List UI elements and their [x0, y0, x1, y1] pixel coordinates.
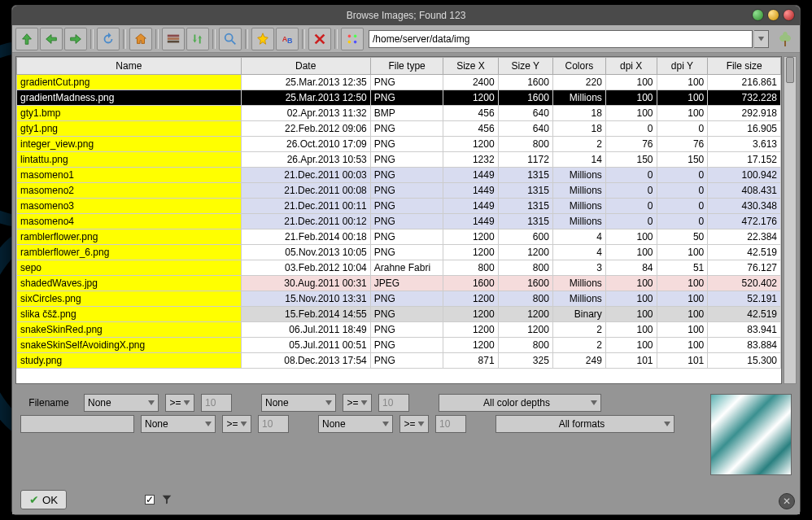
toolbar: AB — [12, 25, 800, 53]
reload-button[interactable] — [97, 28, 120, 50]
table-row[interactable]: lintattu.png26.Apr.2013 10:53PNG12321172… — [17, 152, 781, 168]
column-header[interactable]: Name — [17, 58, 242, 75]
filter-combo-3[interactable]: None — [141, 415, 216, 433]
sort-button[interactable] — [186, 28, 209, 50]
titlebar: Browse Images; Found 123 — [12, 6, 800, 25]
format-combo[interactable]: All formats — [495, 415, 674, 433]
filter-combo-2[interactable]: None — [261, 394, 336, 412]
svg-rect-0 — [168, 34, 179, 37]
column-header[interactable]: Date — [241, 58, 370, 75]
table-row[interactable]: gradientMadness.png25.Mar.2013 12:50PNG1… — [17, 90, 781, 106]
filter-op-1[interactable]: >= — [165, 394, 194, 412]
column-header[interactable]: File size — [708, 58, 781, 75]
table-row[interactable]: gradientCut.png25.Mar.2013 12:35PNG24001… — [17, 75, 781, 90]
back-button[interactable] — [40, 28, 63, 50]
column-header[interactable]: Size Y — [498, 58, 552, 75]
column-header[interactable]: dpi X — [605, 58, 657, 75]
effects-button[interactable] — [341, 28, 364, 50]
color-depth-combo[interactable]: All color depths — [439, 394, 601, 412]
filter-combo-4[interactable]: None — [318, 415, 393, 433]
ok-button[interactable]: ✔OK — [20, 490, 67, 509]
path-input[interactable] — [369, 30, 753, 48]
palette-button[interactable] — [162, 28, 185, 50]
table-row[interactable]: integer_view.png26.Oct.2010 17:09PNG1200… — [17, 137, 781, 152]
vertical-scrollbar[interactable] — [784, 56, 797, 384]
bottom-bar: ✔OK ✓ — [12, 485, 800, 514]
file-table[interactable]: NameDateFile typeSize XSize YColorsdpi X… — [15, 56, 782, 384]
thumbnail-preview — [710, 394, 792, 475]
minimize-button[interactable] — [752, 9, 764, 21]
table-row[interactable]: masomeno421.Dec.2011 00:12PNG14491315Mil… — [17, 214, 781, 229]
filter-val-4[interactable] — [435, 415, 466, 433]
filename-label: Filename — [20, 397, 77, 409]
close-panel-button[interactable]: ✕ — [779, 493, 795, 509]
tree-icon[interactable] — [774, 28, 797, 50]
path-dropdown[interactable] — [754, 30, 769, 48]
table-row[interactable]: sepo03.Feb.2012 10:04Arahne Fabri8008003… — [17, 260, 781, 276]
filter-val-2[interactable] — [378, 394, 409, 412]
table-row[interactable]: ramblerflower.png21.Feb.2014 00:18PNG120… — [17, 229, 781, 245]
table-row[interactable]: gty1.png22.Feb.2012 09:06PNG456640180016… — [17, 121, 781, 137]
table-row[interactable]: snakeSkinRed.png06.Jul.2011 18:49PNG1200… — [17, 322, 781, 338]
browser-window: Browse Images; Found 123 AB — [11, 5, 801, 515]
table-row[interactable]: masomeno221.Dec.2011 00:08PNG14491315Mil… — [17, 183, 781, 199]
table-row[interactable]: gty1.bmp02.Apr.2013 11:32BMP456640181001… — [17, 106, 781, 121]
table-row[interactable]: shadedWaves.jpg30.Aug.2011 00:31JPEG1600… — [17, 276, 781, 291]
table-row[interactable]: masomeno121.Dec.2011 00:03PNG14491315Mil… — [17, 168, 781, 183]
close-button[interactable] — [783, 9, 795, 21]
table-row[interactable]: ramblerflower_6.png05.Nov.2013 10:05PNG1… — [17, 245, 781, 260]
text-color-button[interactable]: AB — [276, 28, 299, 50]
filter-panel: Filename None >= None >= All color depth… — [12, 384, 800, 485]
up-button[interactable] — [15, 28, 38, 50]
table-row[interactable]: masomeno321.Dec.2011 00:11PNG14491315Mil… — [17, 199, 781, 214]
column-header[interactable]: dpi Y — [657, 58, 708, 75]
filter-combo-1[interactable]: None — [84, 394, 159, 412]
table-row[interactable]: study.png08.Dec.2013 17:54PNG87132524910… — [17, 353, 781, 369]
forward-button[interactable] — [64, 28, 87, 50]
svg-text:B: B — [287, 36, 293, 44]
filter-val-3[interactable] — [258, 415, 289, 433]
svg-point-7 — [348, 34, 351, 37]
svg-rect-1 — [168, 37, 179, 40]
home-button[interactable] — [129, 28, 152, 50]
zoom-button[interactable] — [219, 28, 242, 50]
filter-op-2[interactable]: >= — [343, 394, 372, 412]
svg-point-3 — [225, 33, 233, 41]
svg-rect-2 — [168, 40, 179, 42]
filter-op-3[interactable]: >= — [222, 415, 251, 433]
table-row[interactable]: snakeSkinSelfAvoidingX.png05.Jul.2011 00… — [17, 338, 781, 353]
column-header[interactable]: Size X — [443, 58, 498, 75]
svg-rect-11 — [784, 41, 786, 46]
svg-point-9 — [348, 40, 351, 43]
delete-button[interactable] — [308, 28, 331, 50]
filter-val-1[interactable] — [201, 394, 232, 412]
svg-line-4 — [232, 40, 236, 44]
svg-point-8 — [354, 34, 357, 37]
filter-op-4[interactable]: >= — [399, 415, 429, 433]
table-row[interactable]: slika čšž.png15.Feb.2014 14:55PNG1200120… — [17, 307, 781, 322]
filename-input[interactable] — [20, 415, 134, 433]
column-header[interactable]: Colors — [552, 58, 605, 75]
star-button[interactable] — [251, 28, 274, 50]
maximize-button[interactable] — [767, 9, 779, 21]
filter-checkbox[interactable]: ✓ — [145, 495, 155, 505]
svg-point-10 — [354, 40, 357, 43]
funnel-icon — [161, 494, 172, 505]
column-header[interactable]: File type — [370, 58, 443, 75]
window-title: Browse Images; Found 123 — [347, 10, 466, 21]
table-row[interactable]: sixCircles.png15.Nov.2010 13:31PNG120080… — [17, 291, 781, 307]
